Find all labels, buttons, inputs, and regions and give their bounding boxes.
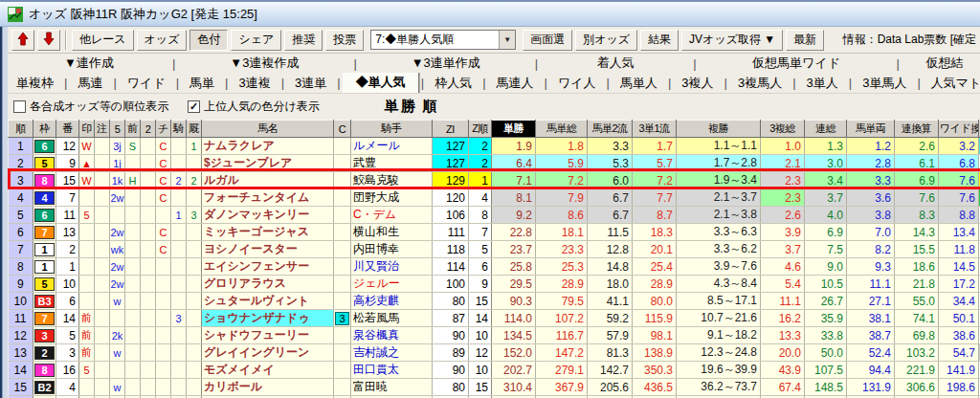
- table-row[interactable]: 712wkCヨシノイースター内田博幸118523.723.312.820.13.…: [9, 241, 980, 258]
- refresh-button[interactable]: 最新: [786, 30, 824, 51]
- odds-cell-fukusho: 2.1～3.8: [677, 207, 761, 224]
- col-header-24[interactable]: 連換算: [895, 121, 939, 138]
- table-row[interactable]: 67132wCミッキーゴージャス横山和生111722.818.111.518.3…: [9, 224, 980, 241]
- col-header-16[interactable]: 単勝: [492, 121, 536, 138]
- tab-15[interactable]: 人気マトリクス: [923, 75, 980, 92]
- tab-14[interactable]: 3単馬人: [854, 75, 915, 92]
- col-header-0[interactable]: 順: [9, 121, 33, 138]
- tab-group-4[interactable]: 仮想馬単ワイド: [699, 55, 895, 72]
- chevron-down-icon[interactable]: ▼: [499, 31, 515, 49]
- tab-4[interactable]: 3連複: [230, 75, 278, 92]
- recommend-button[interactable]: 推奨: [284, 30, 323, 51]
- checkbox-icon[interactable]: [13, 100, 26, 113]
- col-header-7[interactable]: 2: [141, 121, 156, 138]
- tab-separator: |: [915, 76, 922, 90]
- col-header-6[interactable]: 前: [125, 121, 141, 138]
- result-button[interactable]: 結果: [640, 30, 679, 51]
- table-row[interactable]: 3815W1kHC22ルガル鮫島克駿12917.17.26.07.21.9～3.…: [9, 172, 980, 189]
- tab-group-3[interactable]: 着人気: [540, 55, 691, 72]
- odds-cell-umatan-2ryu: 18.0: [588, 276, 633, 293]
- view-mode-select[interactable]: 7:◆単勝人気順 ▼: [370, 30, 516, 50]
- tab-11[interactable]: 3複人: [673, 75, 722, 92]
- col-header-11[interactable]: 馬名: [202, 121, 334, 138]
- view-mode-value: 7:◆単勝人気順: [371, 32, 499, 48]
- rank-cell: 15: [9, 379, 33, 396]
- tab-group-2[interactable]: ▼3連単作成: [359, 55, 533, 72]
- col-header-10[interactable]: 厩: [187, 121, 202, 138]
- col-header-19[interactable]: 3単1流: [633, 121, 677, 138]
- tab-12[interactable]: 3複馬人: [729, 75, 791, 92]
- table-row[interactable]: 8112wエイシンフェンサー川又賢治114625.825.314.825.43.…: [9, 258, 980, 276]
- col-header-17[interactable]: 馬単総: [536, 121, 588, 138]
- odds-cell-ren-total: 148.5: [805, 379, 847, 396]
- col-header-15[interactable]: Z順: [469, 121, 492, 138]
- col-header-9[interactable]: 騎: [171, 121, 187, 138]
- col-header-25[interactable]: ワイド換: [939, 121, 979, 138]
- tab-3[interactable]: 馬単: [181, 75, 223, 92]
- rank-display-checkbox[interactable]: 各合成オッズ等の順位表示: [13, 99, 168, 115]
- col-header-20[interactable]: 複勝: [677, 121, 761, 138]
- col-header-2[interactable]: 番: [56, 121, 79, 138]
- table-row[interactable]: 1235前2kシャドウフューリー泉谷楓真9010134.5116.757.998…: [9, 327, 980, 344]
- col-header-18[interactable]: 馬単2流: [588, 121, 633, 138]
- odds-cell-umatan-ryo: 38.1: [847, 310, 895, 327]
- table-row[interactable]: 148165モズメイメイ田口貫太9010202.7279.1142.7350.3…: [9, 362, 980, 379]
- tab-10[interactable]: 馬単人: [612, 75, 666, 92]
- tab-group-0[interactable]: ▼連作成: [8, 55, 170, 72]
- tab-0[interactable]: 単複枠: [8, 75, 62, 92]
- table-row[interactable]: 10B36wシュタールヴィント高杉吏麒801590.379.541.180.08…: [9, 293, 980, 310]
- tab-6[interactable]: ◆単人気: [343, 73, 419, 94]
- table-row[interactable]: 11714前3ショウナンザナドゥ3松若風馬8714114.0107.259.21…: [9, 310, 980, 327]
- tab-group-5[interactable]: 仮想結: [902, 55, 980, 72]
- tab-8[interactable]: 馬連人: [488, 75, 543, 92]
- odds-cell-wide-kan: 198.6: [939, 379, 979, 396]
- col-header-14[interactable]: ZI: [433, 121, 469, 138]
- col-header-23[interactable]: 馬単両: [847, 121, 895, 138]
- col-header-4[interactable]: 注: [95, 121, 110, 138]
- col-header-22[interactable]: 連総: [805, 121, 847, 138]
- tab-1[interactable]: 馬連: [69, 75, 111, 92]
- col-header-13[interactable]: 騎手: [351, 121, 433, 138]
- rank-cell: 9: [9, 276, 33, 293]
- jv-odds-fetch-button[interactable]: JVオッズ取得 ▼: [681, 30, 783, 51]
- tab-5[interactable]: 3連単: [286, 75, 335, 92]
- col-header-12[interactable]: C: [334, 121, 351, 138]
- table-row[interactable]: 15B24wカリボール富田暁8015310.4367.9205.6436.536…: [9, 379, 980, 396]
- col-header-5[interactable]: 5: [110, 121, 125, 138]
- vote-button[interactable]: 投票: [325, 30, 364, 51]
- mark-cell-in: [79, 189, 95, 207]
- tab-group-1[interactable]: ▼3連複作成: [177, 55, 351, 72]
- horse-name-cell: モズメイメイ: [202, 362, 334, 379]
- tab-9[interactable]: ワイ人: [549, 75, 605, 92]
- mark-cell-mae: [125, 293, 141, 310]
- color-button[interactable]: 色付: [189, 30, 228, 51]
- col-header-21[interactable]: 3複総: [761, 121, 805, 138]
- col-header-8[interactable]: チ: [156, 121, 171, 138]
- mark-cell-c5: [110, 362, 125, 379]
- table-row[interactable]: 259▲1jC$ジューンブレア武豊12726.45.95.35.71.7～2.8…: [9, 155, 980, 172]
- table-row[interactable]: 1323前wグレイイングリーン吉村誠之8912152.0147.281.3138…: [9, 344, 980, 362]
- odds-button[interactable]: オッズ: [137, 30, 188, 51]
- col-header-1[interactable]: 枠: [33, 121, 56, 138]
- tab-13[interactable]: 3単人: [798, 75, 847, 92]
- down-arrow-button[interactable]: [37, 30, 60, 51]
- other-odds-button[interactable]: 別オッズ: [575, 30, 637, 51]
- table-row[interactable]: 1612W3jSC1ナムラクレアルメール12721.91.83.31.71.1～…: [9, 138, 980, 155]
- odds-cell-sanfuku-total: 3.7: [761, 241, 805, 258]
- odds-cell-umatan-2ryu: 142.7: [588, 362, 633, 379]
- screen-select-button[interactable]: 画面選: [523, 30, 572, 51]
- color-coding-checkbox[interactable]: ✓ 上位人気の色分け表示: [188, 99, 320, 115]
- horse-name-cell: カリボール: [202, 379, 334, 396]
- tab-7[interactable]: 枠人気: [426, 75, 480, 92]
- checkbox-icon[interactable]: ✓: [188, 100, 200, 113]
- share-button[interactable]: シェア: [231, 30, 281, 51]
- other-race-button[interactable]: 他レース: [72, 30, 134, 51]
- horse-name-cell: シュタールヴィント: [202, 293, 334, 310]
- col-header-3[interactable]: 印: [79, 121, 95, 138]
- table-row[interactable]: 5611513ダノンマッキンリーC・デム10689.28.66.78.72.1～…: [9, 207, 980, 224]
- mark-cell-c5: 2w: [110, 189, 125, 207]
- up-arrow-button[interactable]: [11, 30, 34, 51]
- table-row[interactable]: 95102wグロリアラウスジェルー100929.528.918.028.94.3…: [9, 276, 980, 293]
- tab-2[interactable]: ワイド: [119, 75, 174, 92]
- table-row[interactable]: 4472wCフォーチュンタイム団野大成12048.17.96.77.72.1～3…: [9, 189, 980, 207]
